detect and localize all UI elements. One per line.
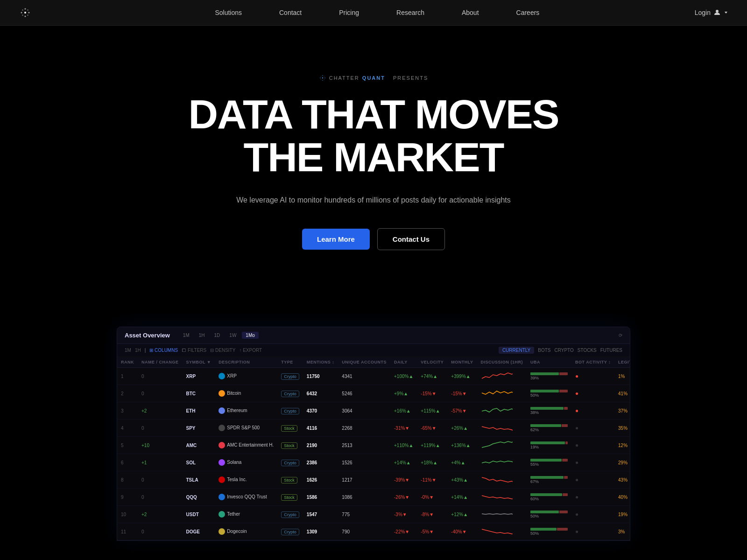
cell-accounts: 790 bbox=[338, 523, 390, 540]
tab-1w[interactable]: 1W bbox=[226, 332, 240, 339]
table-row: 8 0 TSLA Tesla Inc. Stock 1626 1217 -39%… bbox=[117, 471, 630, 489]
filter-columns[interactable]: ⊞ COLUMNS bbox=[149, 348, 178, 353]
cell-discussion bbox=[477, 454, 527, 471]
cell-bot-activity: ● bbox=[571, 437, 614, 454]
sparkline bbox=[481, 491, 514, 502]
cell-legit-bots: 12% bbox=[614, 437, 630, 454]
col-uba: UBA bbox=[527, 357, 571, 368]
cell-discussion bbox=[477, 368, 527, 385]
cell-velocity: -5%▼ bbox=[417, 523, 447, 540]
cell-uba: 38% bbox=[527, 402, 571, 420]
chevron-down-icon bbox=[724, 10, 728, 15]
cell-velocity: +18%▲ bbox=[417, 454, 447, 471]
col-monthly: Monthly bbox=[447, 357, 477, 368]
logo[interactable] bbox=[19, 6, 32, 19]
svg-point-8 bbox=[22, 14, 23, 15]
col-discussion: Discussion (1hr) bbox=[477, 357, 527, 368]
contact-us-button[interactable]: Contact Us bbox=[377, 228, 445, 250]
cell-discussion bbox=[477, 523, 527, 540]
cell-rank: 4 bbox=[117, 420, 138, 437]
cell-mentions: 1309 bbox=[303, 523, 338, 540]
filter-crypto[interactable]: CRYPTO bbox=[555, 348, 574, 353]
svg-point-6 bbox=[27, 14, 28, 15]
cell-discussion bbox=[477, 506, 527, 523]
cell-type: Crypto bbox=[277, 454, 303, 471]
cell-symbol: TSLA bbox=[183, 471, 215, 489]
filter-stocks[interactable]: STOCKS bbox=[578, 348, 597, 353]
cell-description: Tesla Inc. bbox=[215, 471, 277, 489]
cell-legit-bots: 3% bbox=[614, 523, 630, 540]
cell-legit-bots: 41% bbox=[614, 385, 630, 402]
sparkline bbox=[481, 405, 514, 416]
nav-item-research[interactable]: Research bbox=[378, 0, 443, 26]
cell-rank: 11 bbox=[117, 523, 138, 540]
cell-monthly: +14%▲ bbox=[447, 489, 477, 506]
cell-daily: -3%▼ bbox=[390, 506, 417, 523]
filter-separator: | bbox=[145, 348, 146, 353]
cell-mentions: 1626 bbox=[303, 471, 338, 489]
hero-headline: DATA THAT MOVES THE MARKET bbox=[189, 93, 559, 179]
cell-velocity: +115%▲ bbox=[417, 402, 447, 420]
tab-1d[interactable]: 1D bbox=[211, 332, 224, 339]
login-button[interactable]: Login bbox=[695, 9, 728, 16]
cell-symbol: DOGE bbox=[183, 523, 215, 540]
col-symbol: Symbol ▼ bbox=[183, 357, 215, 368]
cell-uba: 50% bbox=[527, 506, 571, 523]
cell-rank: 9 bbox=[117, 489, 138, 506]
cell-bot-activity: ● bbox=[571, 454, 614, 471]
cell-symbol: BTC bbox=[183, 385, 215, 402]
cell-legit-bots: 37% bbox=[614, 402, 630, 420]
cell-description: XRP bbox=[215, 368, 277, 385]
nav-item-careers[interactable]: Careers bbox=[498, 0, 558, 26]
cell-mentions: 4370 bbox=[303, 402, 338, 420]
cell-bot-activity: ● bbox=[571, 471, 614, 489]
cell-mentions: 2190 bbox=[303, 437, 338, 454]
cell-type: Stock bbox=[277, 471, 303, 489]
table-row: 9 0 QQQ Invesco QQQ Trust Stock 1586 108… bbox=[117, 489, 630, 506]
filter-export[interactable]: ↑ EXPORT bbox=[239, 348, 262, 353]
filter-currently[interactable]: CURRENTLY bbox=[499, 347, 534, 354]
cell-change: 0 bbox=[138, 523, 183, 540]
cell-type: Crypto bbox=[277, 385, 303, 402]
filter-bots[interactable]: BOTS bbox=[538, 348, 550, 353]
brand-chatter: CHATTER bbox=[329, 75, 359, 81]
cell-mentions: 1586 bbox=[303, 489, 338, 506]
table-body: 1 0 XRP XRP Crypto 11750 4341 +100%▲ +74… bbox=[117, 368, 630, 540]
hero-subtext: We leverage AI to monitor hundreds of mi… bbox=[236, 194, 511, 206]
nav-item-pricing[interactable]: Pricing bbox=[320, 0, 378, 26]
cell-description: Solana bbox=[215, 454, 277, 471]
tab-1mo[interactable]: 1Mo bbox=[242, 332, 258, 339]
tab-1h[interactable]: 1H bbox=[195, 332, 209, 339]
cell-type: Crypto bbox=[277, 368, 303, 385]
cell-change: 0 bbox=[138, 385, 183, 402]
learn-more-button[interactable]: Learn More bbox=[302, 229, 370, 250]
svg-point-10 bbox=[322, 77, 323, 78]
dashboard-container: Asset Overview 1M 1H 1D 1W 1Mo ⟳ 1M 1H |… bbox=[117, 327, 630, 541]
brand-logo-icon bbox=[319, 74, 326, 82]
refresh-icon[interactable]: ⟳ bbox=[619, 333, 622, 338]
cell-rank: 1 bbox=[117, 368, 138, 385]
cell-monthly: +399%▲ bbox=[447, 368, 477, 385]
tab-1m[interactable]: 1M bbox=[179, 332, 193, 339]
cell-uba: 55% bbox=[527, 454, 571, 471]
cell-bot-activity: ● bbox=[571, 506, 614, 523]
cell-velocity: -65%▼ bbox=[417, 420, 447, 437]
filter-futures[interactable]: FUTURES bbox=[600, 348, 622, 353]
cell-uba: 60% bbox=[527, 489, 571, 506]
cell-daily: +100%▲ bbox=[390, 368, 417, 385]
brand-quant: QUANT bbox=[362, 75, 385, 81]
cell-rank: 2 bbox=[117, 385, 138, 402]
nav-item-contact[interactable]: Contact bbox=[261, 0, 320, 26]
table-row: 10 +2 USDT Tether Crypto 1547 775 -3%▼ -… bbox=[117, 506, 630, 523]
user-icon bbox=[713, 9, 721, 16]
cell-daily: -31%▼ bbox=[390, 420, 417, 437]
col-description: Description bbox=[215, 357, 277, 368]
nav-item-about[interactable]: About bbox=[443, 0, 498, 26]
filter-density[interactable]: ⊟ DENSITY bbox=[210, 348, 235, 353]
svg-point-11 bbox=[322, 75, 323, 76]
sparkline bbox=[481, 474, 514, 485]
filter-label-1h: 1H bbox=[135, 348, 141, 353]
cell-type: Stock bbox=[277, 420, 303, 437]
filter-filters[interactable]: ⧠ FILTERS bbox=[182, 348, 206, 353]
nav-item-solutions[interactable]: Solutions bbox=[196, 0, 261, 26]
